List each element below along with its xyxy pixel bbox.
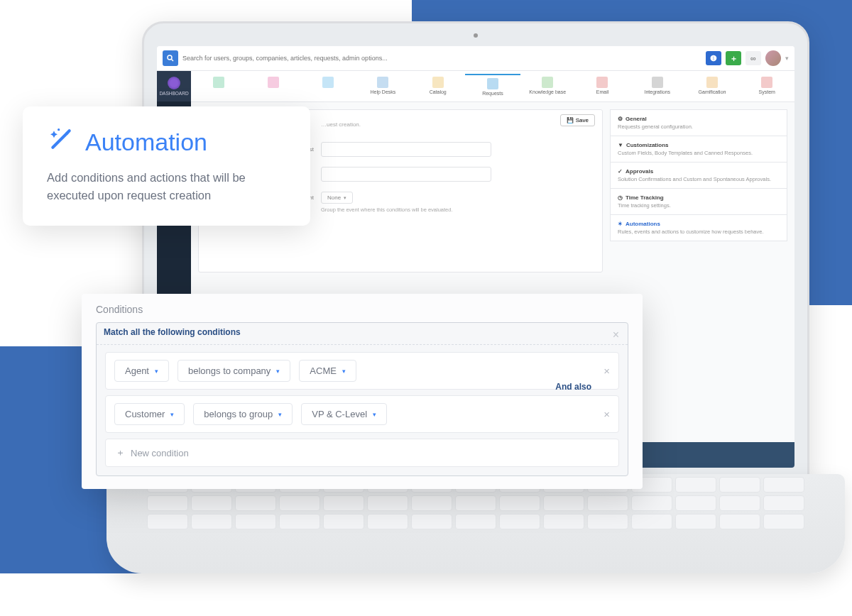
remove-row-icon[interactable]: × (604, 365, 610, 377)
panel-item-icon: ◷ (618, 194, 623, 201)
tab-icon (706, 77, 718, 88)
sidebar-dashboard-label: DASHBOARD (157, 91, 191, 96)
info-button[interactable]: ❶ (706, 51, 721, 65)
field-select[interactable]: Customer (114, 403, 185, 425)
value-select[interactable]: ACME (299, 360, 356, 382)
panel-item-icon: ✓ (618, 168, 623, 175)
sidebar-item-dashboard[interactable]: DASHBOARD (157, 71, 191, 101)
panel-item-icon: ✶ (618, 221, 623, 227)
panel-item-icon: ⚙ (618, 116, 623, 122)
tab-label: Email (575, 89, 630, 94)
svg-line-1 (172, 60, 174, 62)
tab-requests[interactable]: Requests (465, 74, 520, 99)
close-icon[interactable]: × (613, 329, 619, 341)
value-select[interactable]: VP & C-Level (301, 403, 387, 425)
event-select[interactable]: None ▾ (321, 192, 353, 204)
avatar[interactable] (765, 50, 781, 66)
tab-icon (761, 77, 772, 88)
tab-label: Integrations (630, 89, 684, 94)
camera-dot (474, 33, 478, 38)
creation-text: …uest creation. (321, 121, 594, 128)
operator-select[interactable]: belongs to company (178, 360, 290, 382)
tab-system[interactable]: System (740, 74, 794, 99)
save-icon: 💾 (567, 117, 574, 123)
laptop-base (106, 474, 845, 573)
tab-label: Gamification (684, 89, 739, 94)
add-button[interactable]: ＋ (726, 51, 741, 65)
chevron-down-icon[interactable]: ▾ (785, 55, 789, 62)
tab-icon (213, 77, 224, 88)
panel-item-title: General (626, 116, 647, 122)
tab-help-desks[interactable]: Help Desks (356, 74, 410, 99)
tab-integrations[interactable]: Integrations (630, 74, 684, 99)
field-select[interactable]: Agent (114, 360, 169, 382)
remove-row-icon[interactable]: × (604, 408, 610, 420)
topbar: ❶ ＋ ∞ ▾ (157, 46, 794, 71)
svg-point-0 (168, 55, 172, 60)
right-panel-item[interactable]: ⚙GeneralRequests general configuration. (610, 109, 787, 136)
tab-icon (322, 77, 334, 88)
request-field[interactable] (321, 142, 491, 157)
new-condition-button[interactable]: ＋ New condition (105, 439, 619, 467)
tab-icon (432, 77, 444, 88)
condition-row: And also Customer belongs to group VP & … (105, 395, 619, 433)
tab-icon (268, 77, 279, 88)
tab-icon (542, 77, 553, 88)
tab-label: System (740, 89, 794, 94)
tab-label: Help Desks (356, 89, 410, 94)
gauge-icon (168, 77, 180, 89)
panel-item-title: Approvals (626, 168, 653, 175)
panel-item-icon: ▼ (618, 142, 623, 148)
conditions-panel: Conditions Match all the following condi… (82, 294, 643, 489)
second-field[interactable] (321, 167, 491, 182)
tab-label: Catalog (410, 89, 465, 94)
search-icon[interactable] (163, 50, 178, 66)
tab-label: Requests (465, 91, 520, 96)
panel-item-desc: Custom Fields, Body Templates and Canned… (618, 150, 780, 156)
conditions-header: Match all the following conditions (97, 323, 628, 345)
tabs-row: Help DesksCatalogRequestsKnowledge baseE… (191, 71, 794, 102)
event-help: Group the event where this conditions wi… (321, 207, 594, 213)
tab-email[interactable]: Email (575, 74, 630, 99)
right-panel-item[interactable]: ✶AutomationsRules, events and actions to… (610, 215, 787, 241)
save-button[interactable]: 💾 Save (560, 114, 595, 126)
svg-point-4 (58, 128, 60, 131)
tab-icon (377, 77, 388, 88)
tab-icon (652, 77, 663, 88)
tab-icon (487, 78, 498, 89)
condition-row: Agent belongs to company ACME × (105, 352, 619, 390)
tab-item[interactable] (246, 74, 300, 99)
panel-item-title: Automations (626, 221, 660, 227)
right-panel-item[interactable]: ◷Time TrackingTime tracking settings. (610, 189, 787, 215)
search-input[interactable] (182, 55, 701, 62)
conditions-title: Conditions (96, 304, 628, 315)
right-panel-item[interactable]: ▼CustomizationsCustom Fields, Body Templ… (610, 136, 787, 163)
right-panel-item[interactable]: ✓ApprovalsSolution Confirmations and Cus… (610, 163, 787, 189)
feature-title: Automation (85, 128, 207, 156)
plus-icon: ＋ (116, 446, 125, 459)
tab-knowledge-base[interactable]: Knowledge base (520, 74, 575, 99)
panel-item-title: Customizations (626, 142, 669, 148)
panel-item-desc: Rules, events and actions to customize h… (618, 229, 780, 235)
feature-card: Automation Add conditions and actions th… (23, 106, 310, 226)
link-icon[interactable]: ∞ (746, 51, 761, 65)
magic-wand-icon (47, 125, 75, 159)
tab-gamification[interactable]: Gamification (684, 74, 739, 99)
panel-item-title: Time Tracking (626, 194, 664, 201)
and-also-label: And also (555, 382, 591, 392)
tab-catalog[interactable]: Catalog (410, 74, 465, 99)
right-panel: ⚙GeneralRequests general configuration.▼… (610, 109, 787, 273)
save-label: Save (576, 117, 589, 123)
tab-icon (596, 77, 608, 88)
new-condition-label: New condition (131, 448, 189, 458)
tab-label: Knowledge base (520, 89, 575, 94)
tab-item[interactable] (191, 74, 246, 99)
tab-item[interactable] (301, 74, 356, 99)
panel-item-desc: Requests general configuration. (618, 123, 780, 130)
panel-item-desc: Solution Confirmations and Custom and Sp… (618, 176, 780, 182)
panel-item-desc: Time tracking settings. (618, 202, 780, 209)
operator-select[interactable]: belongs to group (193, 403, 293, 425)
feature-description: Add conditions and actions that will be … (47, 169, 286, 204)
